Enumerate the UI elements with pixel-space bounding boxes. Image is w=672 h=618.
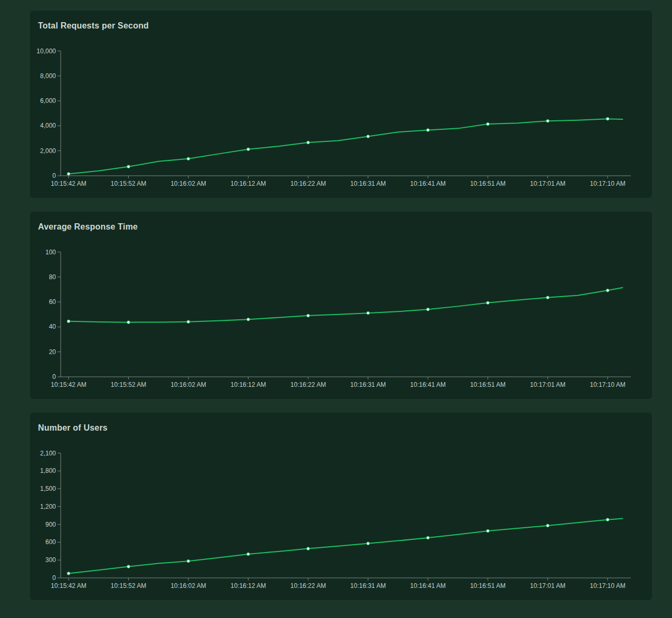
data-point-marker[interactable] xyxy=(367,135,370,138)
data-point-marker[interactable] xyxy=(427,536,430,539)
y-tick-label: 0 xyxy=(52,172,56,179)
x-tick-label: 10:17:10 AM xyxy=(590,582,625,590)
data-point-marker[interactable] xyxy=(247,148,250,151)
x-tick-label: 10:16:12 AM xyxy=(231,381,266,388)
y-tick-label: 1,200 xyxy=(40,503,56,510)
dashboard: 02,0004,0006,0008,00010,00010:15:42 AM10… xyxy=(0,0,672,600)
y-tick-label: 0 xyxy=(52,574,56,582)
y-tick-label: 300 xyxy=(45,556,56,564)
x-tick-label: 10:17:10 AM xyxy=(590,180,625,187)
y-tick-label: 10,000 xyxy=(36,47,56,55)
x-tick-label: 10:16:22 AM xyxy=(291,381,326,388)
y-tick-label: 0 xyxy=(52,373,56,381)
x-tick-label: 10:15:52 AM xyxy=(111,582,146,590)
chart-canvas-total-requests-per-second[interactable]: 02,0004,0006,0008,00010,00010:15:42 AM10… xyxy=(30,11,652,198)
x-tick-label: 10:16:41 AM xyxy=(410,180,446,187)
x-tick-label: 10:16:12 AM xyxy=(231,582,266,590)
data-point-marker[interactable] xyxy=(427,129,430,132)
x-tick-label: 10:15:42 AM xyxy=(51,381,86,388)
chart-canvas-number-of-users[interactable]: 03006009001,2001,5001,8002,10010:15:42 A… xyxy=(30,413,652,600)
x-tick-label: 10:15:42 AM xyxy=(51,180,86,187)
y-tick-label: 60 xyxy=(49,298,56,306)
x-tick-label: 10:17:01 AM xyxy=(530,582,565,590)
chart-panel-total-requests-per-second: 02,0004,0006,0008,00010,00010:15:42 AM10… xyxy=(30,11,652,198)
data-point-marker[interactable] xyxy=(367,311,370,315)
y-tick-label: 40 xyxy=(49,323,56,330)
y-tick-label: 900 xyxy=(45,521,56,528)
y-tick-label: 600 xyxy=(45,538,56,546)
y-tick-label: 80 xyxy=(49,273,56,281)
x-tick-label: 10:17:01 AM xyxy=(530,381,565,388)
y-tick-label: 1,500 xyxy=(40,485,56,492)
x-tick-label: 10:16:51 AM xyxy=(470,582,505,590)
x-tick-label: 10:16:02 AM xyxy=(170,582,206,590)
chart-title-number-of-users: Number of Users xyxy=(38,423,108,433)
y-tick-label: 2,100 xyxy=(40,450,56,457)
x-tick-label: 10:15:52 AM xyxy=(111,180,146,187)
x-tick-label: 10:15:52 AM xyxy=(111,381,146,388)
data-point-marker[interactable] xyxy=(247,553,250,556)
x-tick-label: 10:16:41 AM xyxy=(410,582,446,590)
series-line[interactable] xyxy=(69,119,622,174)
data-point-marker[interactable] xyxy=(606,117,609,120)
chart-panel-number-of-users: 03006009001,2001,5001,8002,10010:15:42 A… xyxy=(30,413,652,600)
x-tick-label: 10:15:42 AM xyxy=(51,582,86,590)
data-point-marker[interactable] xyxy=(606,518,609,521)
x-tick-label: 10:17:10 AM xyxy=(590,381,625,388)
data-point-marker[interactable] xyxy=(127,165,130,168)
data-point-marker[interactable] xyxy=(367,542,370,545)
data-point-marker[interactable] xyxy=(67,572,70,575)
x-tick-label: 10:16:41 AM xyxy=(410,381,446,388)
data-point-marker[interactable] xyxy=(546,119,550,122)
x-tick-label: 10:16:12 AM xyxy=(231,180,266,187)
chart-title-average-response-time: Average Response Time xyxy=(38,222,138,232)
y-tick-label: 1,800 xyxy=(40,467,56,474)
data-point-marker[interactable] xyxy=(187,320,190,324)
x-tick-label: 10:16:22 AM xyxy=(291,180,326,187)
chart-canvas-average-response-time[interactable]: 02040608010010:15:42 AM10:15:52 AM10:16:… xyxy=(30,212,652,399)
chart-panel-average-response-time: 02040608010010:15:42 AM10:15:52 AM10:16:… xyxy=(30,212,652,399)
data-point-marker[interactable] xyxy=(486,301,489,305)
chart-title-total-requests-per-second: Total Requests per Second xyxy=(38,21,149,31)
data-point-marker[interactable] xyxy=(306,141,310,144)
series-line[interactable] xyxy=(69,518,622,573)
data-point-marker[interactable] xyxy=(187,559,190,563)
data-point-marker[interactable] xyxy=(546,524,550,527)
y-tick-label: 8,000 xyxy=(40,72,56,80)
y-tick-label: 20 xyxy=(49,348,56,356)
data-point-marker[interactable] xyxy=(187,157,190,160)
x-tick-label: 10:16:51 AM xyxy=(470,180,505,187)
data-point-marker[interactable] xyxy=(67,320,70,323)
x-tick-label: 10:17:01 AM xyxy=(530,180,565,187)
data-point-marker[interactable] xyxy=(67,173,70,176)
x-tick-label: 10:16:22 AM xyxy=(291,582,326,590)
data-point-marker[interactable] xyxy=(486,122,489,126)
data-point-marker[interactable] xyxy=(486,529,489,533)
data-point-marker[interactable] xyxy=(127,565,130,568)
data-point-marker[interactable] xyxy=(306,547,310,550)
y-tick-label: 4,000 xyxy=(40,122,56,129)
data-point-marker[interactable] xyxy=(427,308,430,311)
x-tick-label: 10:16:31 AM xyxy=(350,381,386,388)
data-point-marker[interactable] xyxy=(606,289,609,292)
data-point-marker[interactable] xyxy=(247,318,250,321)
data-point-marker[interactable] xyxy=(127,321,130,324)
data-point-marker[interactable] xyxy=(546,296,550,299)
x-tick-label: 10:16:31 AM xyxy=(350,582,386,590)
data-point-marker[interactable] xyxy=(306,314,310,317)
y-tick-label: 6,000 xyxy=(40,97,56,104)
x-tick-label: 10:16:51 AM xyxy=(470,381,505,388)
x-tick-label: 10:16:31 AM xyxy=(350,180,386,187)
series-line[interactable] xyxy=(69,288,622,322)
x-tick-label: 10:16:02 AM xyxy=(170,381,206,388)
x-tick-label: 10:16:02 AM xyxy=(170,180,206,187)
y-tick-label: 2,000 xyxy=(40,147,56,155)
y-tick-label: 100 xyxy=(45,249,56,256)
